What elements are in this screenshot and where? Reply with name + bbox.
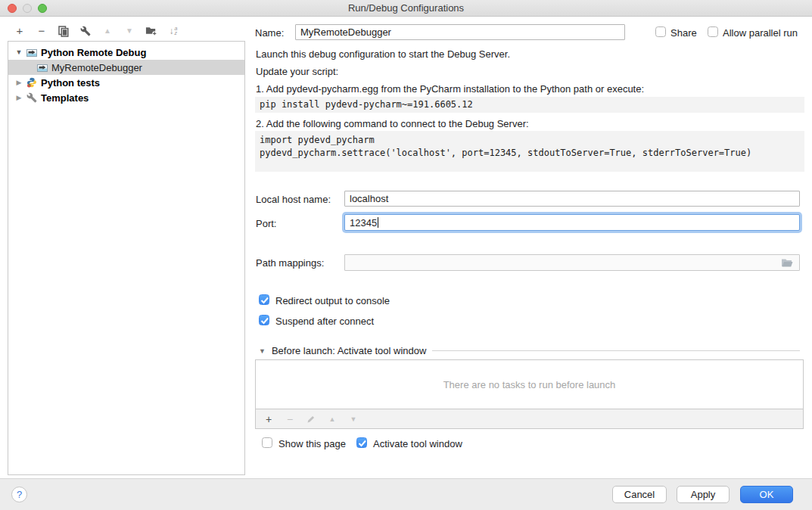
name-input[interactable] <box>295 24 625 40</box>
pip-command-code: pip install pydevd-pycharm~=191.6605.12 <box>255 97 804 113</box>
update-script-text: Update your script: <box>256 66 338 77</box>
local-host-label: Local host name: <box>256 194 331 205</box>
settrace-code: import pydevd_pycharm pydevd_pycharm.set… <box>255 131 804 172</box>
tree-item-myremotedebugger[interactable]: MyRemoteDebugger <box>8 60 244 75</box>
expand-arrow-icon[interactable]: ▶ <box>14 79 23 86</box>
share-label: Share <box>670 27 697 39</box>
step2-text: 2. Add the following command to connect … <box>256 118 529 129</box>
apply-button[interactable]: Apply <box>677 486 730 503</box>
create-folder-button[interactable] <box>145 25 157 37</box>
show-this-page-checkbox[interactable] <box>262 437 272 448</box>
collapse-arrow-icon[interactable]: ▼ <box>259 347 266 355</box>
code-line-1: import pydevd_pycharm <box>260 134 800 147</box>
run-debug-configurations-dialog: Run/Debug Configurations + − ▲ ▼ <box>0 0 812 510</box>
port-label: Port: <box>256 218 276 229</box>
tree-item-python-remote-debug[interactable]: ▼ Python Remote Debug <box>8 45 244 60</box>
move-down-button: ▼ <box>123 25 135 37</box>
show-this-page-label: Show this page <box>278 438 346 449</box>
tasks-toolbar: + − ▲ ▼ <box>255 409 804 429</box>
code-line-2: pydevd_pycharm.settrace('localhost', por… <box>260 147 800 160</box>
copy-configuration-button[interactable] <box>58 25 70 37</box>
configurations-tree: ▼ Python Remote Debug MyRemoteDebugger <box>8 41 245 475</box>
edit-templates-button[interactable] <box>79 25 92 37</box>
window-title: Run/Debug Configurations <box>0 0 812 17</box>
port-input[interactable]: 12345 <box>344 214 800 231</box>
expand-arrow-icon[interactable]: ▶ <box>14 94 23 101</box>
add-configuration-button[interactable]: + <box>14 25 26 37</box>
minimize-button <box>23 4 32 13</box>
python-tests-icon <box>25 77 39 88</box>
text-caret <box>378 217 378 228</box>
allow-parallel-run-checkbox[interactable] <box>708 26 718 37</box>
pip-command-text: pip install pydevd-pycharm~=191.6605.12 <box>260 98 800 111</box>
move-task-up-button: ▲ <box>327 414 338 424</box>
cancel-button[interactable]: Cancel <box>612 486 667 503</box>
redirect-output-label: Redirect output to console <box>275 295 390 306</box>
tree-item-templates[interactable]: ▶ Templates <box>8 90 244 105</box>
tree-item-label: MyRemoteDebugger <box>51 62 142 73</box>
add-task-button[interactable]: + <box>263 414 274 424</box>
dialog-footer: ? Cancel Apply OK <box>0 478 812 510</box>
move-up-button: ▲ <box>101 25 114 37</box>
tree-item-label: Python Remote Debug <box>41 47 146 58</box>
suspend-after-connect-label: Suspend after connect <box>275 316 374 327</box>
tree-item-label: Python tests <box>41 77 100 89</box>
browse-folder-icon[interactable] <box>780 257 795 269</box>
activate-tool-window-label: Activate tool window <box>373 438 462 449</box>
divider <box>432 350 800 351</box>
configuration-form: Name: Share Allow parallel run Launch th… <box>255 17 804 478</box>
redirect-output-checkbox[interactable] <box>259 294 269 305</box>
before-launch-header: ▼ Before launch: Activate tool window <box>259 345 800 356</box>
zoom-button[interactable] <box>38 4 47 13</box>
port-value: 12345 <box>350 217 377 229</box>
edit-task-button <box>306 414 316 424</box>
local-host-input[interactable] <box>344 191 800 207</box>
allow-parallel-run-label: Allow parallel run <box>723 27 798 39</box>
path-mappings-field <box>344 254 800 271</box>
tree-item-label: Templates <box>41 92 89 104</box>
name-label: Name: <box>255 27 284 39</box>
sort-letter-z: z <box>175 31 178 36</box>
remote-debug-icon <box>25 48 39 58</box>
title-bar: Run/Debug Configurations <box>0 0 812 17</box>
configurations-toolbar: + − ▲ ▼ ↓ a <box>14 23 179 39</box>
tree-item-python-tests[interactable]: ▶ Python tests <box>8 75 244 90</box>
intro-text: Launch this debug configuration to start… <box>256 48 510 60</box>
remote-debug-icon <box>36 63 49 73</box>
path-mappings-label: Path mappings: <box>256 257 324 269</box>
help-button[interactable]: ? <box>11 487 27 502</box>
before-launch-tasks-list: There are no tasks to run before launch <box>255 359 804 409</box>
empty-tasks-text: There are no tasks to run before launch <box>443 379 616 390</box>
wrench-icon <box>25 92 39 103</box>
move-task-down-button: ▼ <box>348 414 359 424</box>
share-checkbox[interactable] <box>655 26 666 37</box>
suspend-after-connect-checkbox[interactable] <box>259 315 269 325</box>
activate-tool-window-checkbox[interactable] <box>356 437 367 448</box>
remove-configuration-button[interactable]: − <box>36 25 48 37</box>
sort-arrow-icon: ↓ <box>170 25 174 37</box>
sort-configurations-button[interactable]: ↓ a z <box>167 25 179 37</box>
before-launch-title: Before launch: Activate tool window <box>272 345 427 356</box>
step1-text: 1. Add pydevd-pycharm.egg from the PyCha… <box>256 83 644 95</box>
remove-task-button: − <box>285 414 295 424</box>
close-button[interactable] <box>8 4 17 13</box>
expand-arrow-icon[interactable]: ▼ <box>14 48 23 56</box>
ok-button[interactable]: OK <box>740 486 793 503</box>
